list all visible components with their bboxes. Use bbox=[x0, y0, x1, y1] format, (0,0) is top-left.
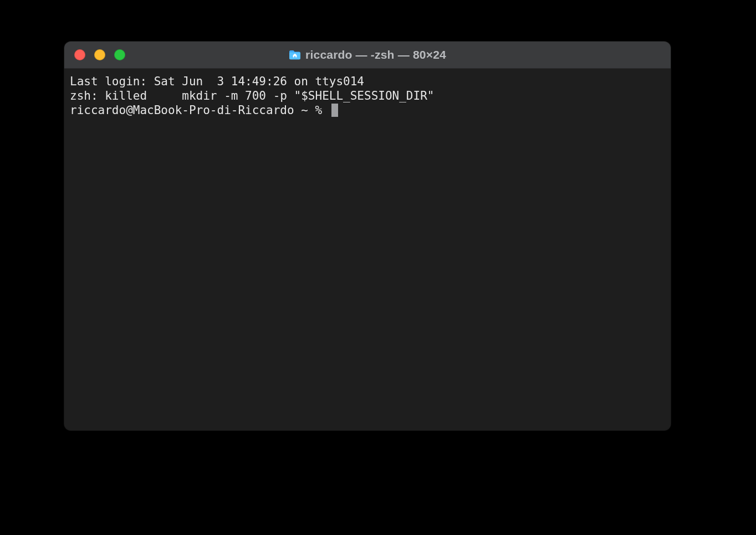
terminal-prompt-line: riccardo@MacBook-Pro-di-Riccardo ~ % bbox=[70, 103, 665, 117]
zoom-button[interactable] bbox=[114, 49, 125, 60]
terminal-cursor bbox=[331, 104, 338, 117]
terminal-window: riccardo — -zsh — 80×24 Last login: Sat … bbox=[64, 42, 671, 430]
minimize-button[interactable] bbox=[94, 49, 105, 60]
window-title: riccardo — -zsh — 80×24 bbox=[305, 48, 446, 61]
svg-rect-0 bbox=[289, 52, 300, 59]
title-wrap: riccardo — -zsh — 80×24 bbox=[64, 48, 671, 61]
terminal-line: zsh: killed mkdir -m 700 -p "$SHELL_SESS… bbox=[70, 89, 665, 103]
terminal-line: Last login: Sat Jun 3 14:49:26 on ttys01… bbox=[70, 74, 665, 89]
titlebar: riccardo — -zsh — 80×24 bbox=[64, 42, 671, 69]
terminal-prompt: riccardo@MacBook-Pro-di-Riccardo ~ % bbox=[70, 103, 329, 117]
close-button[interactable] bbox=[74, 49, 85, 60]
window-controls bbox=[64, 49, 125, 60]
folder-home-icon bbox=[289, 50, 301, 60]
terminal-body[interactable]: Last login: Sat Jun 3 14:49:26 on ttys01… bbox=[64, 69, 671, 430]
